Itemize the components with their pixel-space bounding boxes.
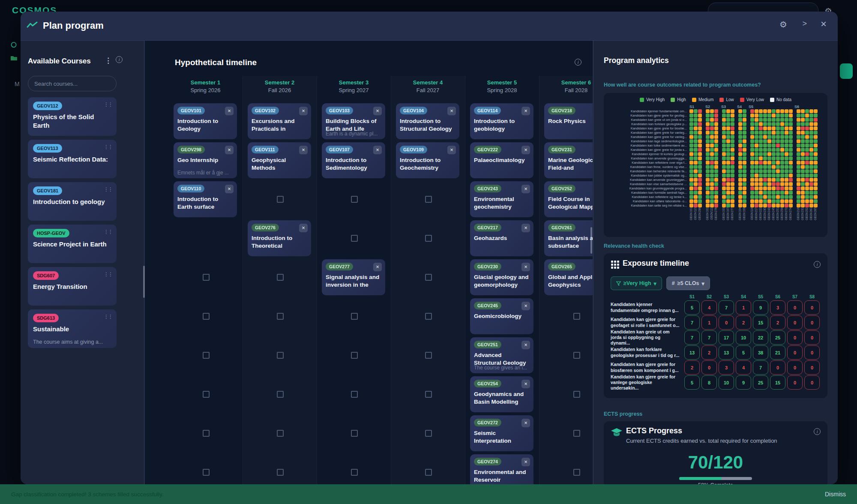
- timeline-course-card[interactable]: GEOV245×Geomicrobiology: [470, 298, 533, 334]
- empty-course-slot[interactable]: [573, 391, 580, 398]
- dismiss-button[interactable]: Dismiss: [825, 491, 846, 498]
- empty-course-slot[interactable]: [425, 469, 432, 476]
- drag-handle-icon[interactable]: ⋮⋮: [104, 186, 112, 192]
- empty-course-slot[interactable]: [425, 235, 432, 242]
- timeline-course-card[interactable]: GEOV104×Introduction to Structural Geolo…: [396, 103, 459, 139]
- filter-threshold-chip[interactable]: ≥Very High▾: [611, 276, 662, 290]
- empty-course-slot[interactable]: [277, 430, 284, 437]
- empty-course-slot[interactable]: [203, 430, 210, 437]
- timeline-course-card[interactable]: GEOV298×Geo InternshipEmnets mål er å gj…: [174, 142, 237, 178]
- available-course-card[interactable]: GEOV181⋮⋮Introduction to geology: [28, 182, 117, 221]
- remove-course-button[interactable]: ×: [447, 146, 456, 154]
- close-icon[interactable]: ×: [821, 18, 827, 30]
- available-course-card[interactable]: GEOV112⋮⋮Physics of the Solid Earth: [28, 97, 117, 136]
- timeline-course-card[interactable]: GEOV230×Glacial geology and geomorpholog…: [470, 259, 533, 295]
- remove-course-button[interactable]: ×: [521, 146, 530, 154]
- available-course-card[interactable]: SDG607⋮⋮Energy Transition: [28, 267, 117, 306]
- remove-course-button[interactable]: ×: [299, 146, 308, 154]
- info-icon[interactable]: i: [116, 56, 123, 63]
- remove-course-button[interactable]: ×: [521, 302, 530, 310]
- empty-course-slot[interactable]: [351, 313, 358, 320]
- timeline-info-icon[interactable]: i: [575, 59, 581, 66]
- timeline-course-card[interactable]: GEOV110×Introduction to Earth surface pr…: [174, 181, 237, 217]
- empty-course-slot[interactable]: [203, 274, 210, 281]
- remove-course-button[interactable]: ×: [447, 107, 456, 115]
- timeline-scrollbar[interactable]: [590, 227, 592, 254]
- remove-course-button[interactable]: ×: [373, 263, 382, 271]
- empty-course-slot[interactable]: [277, 469, 284, 476]
- empty-course-slot[interactable]: [425, 352, 432, 359]
- kebab-menu-icon[interactable]: ⋮: [105, 56, 112, 65]
- empty-course-slot[interactable]: [277, 313, 284, 320]
- empty-course-slot[interactable]: [351, 352, 358, 359]
- timeline-course-card[interactable]: GEOV103×Building Blocks of Earth and Lif…: [322, 103, 385, 139]
- remove-course-button[interactable]: ×: [521, 185, 530, 193]
- remove-course-button[interactable]: ×: [521, 341, 530, 349]
- empty-course-slot[interactable]: [351, 469, 358, 476]
- remove-course-button[interactable]: ×: [521, 380, 530, 388]
- remove-course-button[interactable]: ×: [225, 185, 234, 193]
- drag-handle-icon[interactable]: ⋮⋮: [104, 102, 112, 108]
- filter-clos-chip[interactable]: # ≥5 CLOs▾: [666, 276, 710, 290]
- timeline-course-card[interactable]: GEOV251×Advanced Structural GeologyThe c…: [470, 337, 533, 373]
- timeline-course-card[interactable]: GEOV277×Signal analysis and inversion in…: [322, 259, 385, 295]
- timeline-course-card[interactable]: GEOV109×Introduction to Geochemistry: [396, 142, 459, 178]
- empty-course-slot[interactable]: [425, 430, 432, 437]
- nav-folder-icon[interactable]: [10, 55, 18, 61]
- empty-course-slot[interactable]: [351, 196, 358, 203]
- empty-course-slot[interactable]: [351, 391, 358, 398]
- empty-course-slot[interactable]: [203, 469, 210, 476]
- empty-course-slot[interactable]: [203, 391, 210, 398]
- available-course-card[interactable]: HOSP-GEOV⋮⋮Science Project in Earth: [28, 225, 117, 263]
- timeline-course-card[interactable]: GEOV261×Basin analysis and subsurface in…: [544, 220, 593, 256]
- remove-course-button[interactable]: ×: [521, 419, 530, 427]
- empty-course-slot[interactable]: [573, 430, 580, 437]
- expand-chevron-icon[interactable]: >: [802, 19, 807, 28]
- empty-course-slot[interactable]: [277, 196, 284, 203]
- timeline-course-card[interactable]: GEOV243×Environmental geochemistry: [470, 181, 533, 217]
- remove-course-button[interactable]: ×: [225, 107, 234, 115]
- timeline-course-card[interactable]: GEOV102×Excursions and Practicals in Geo…: [248, 103, 311, 139]
- available-course-card[interactable]: GEOV113⋮⋮Seismic Reflection Data:: [28, 140, 117, 178]
- search-input[interactable]: [33, 80, 111, 87]
- timeline-course-card[interactable]: GEOV274×Environmental and Reservoir Geop…: [470, 454, 533, 484]
- timeline-course-card[interactable]: GEOV231×Marine Geological Field-and Labo…: [544, 142, 593, 178]
- remove-course-button[interactable]: ×: [299, 224, 308, 232]
- remove-course-button[interactable]: ×: [521, 263, 530, 271]
- remove-course-button[interactable]: ×: [521, 107, 530, 115]
- empty-course-slot[interactable]: [203, 313, 210, 320]
- drag-handle-icon[interactable]: ⋮⋮: [104, 271, 112, 277]
- drag-handle-icon[interactable]: ⋮⋮: [104, 314, 112, 320]
- empty-course-slot[interactable]: [573, 469, 580, 476]
- side-action-button[interactable]: [840, 63, 853, 79]
- available-course-card[interactable]: SDG613⋮⋮SustainableThe course aims at gi…: [28, 309, 117, 348]
- empty-course-slot[interactable]: [203, 352, 210, 359]
- timeline-course-card[interactable]: GEOV272×Seismic Interpretation: [470, 415, 533, 451]
- timeline-course-card[interactable]: GEOV107×Introduction to Sedimentology: [322, 142, 385, 178]
- remove-course-button[interactable]: ×: [299, 107, 308, 115]
- timeline-course-card[interactable]: GEOV114×Introduction to geobiology: [470, 103, 533, 139]
- empty-course-slot[interactable]: [351, 235, 358, 242]
- remove-course-button[interactable]: ×: [373, 107, 382, 115]
- timeline-course-card[interactable]: GEOV254×Geodynamics and Basin Modelling: [470, 376, 533, 412]
- empty-course-slot[interactable]: [351, 430, 358, 437]
- drag-handle-icon[interactable]: ⋮⋮: [104, 229, 112, 235]
- exposure-info-icon[interactable]: i: [814, 261, 821, 268]
- timeline-course-card[interactable]: GEOV252×Field Course in Geological Mappi…: [544, 181, 593, 217]
- ects-info-icon[interactable]: i: [814, 428, 821, 435]
- timeline-course-card[interactable]: GEOV101×Introduction to Geology: [174, 103, 237, 139]
- nav-pin-icon[interactable]: [10, 42, 18, 48]
- drag-handle-icon[interactable]: ⋮⋮: [104, 144, 112, 150]
- empty-course-slot[interactable]: [277, 352, 284, 359]
- timeline-course-card[interactable]: GEOV111×Geophysical Methods: [248, 142, 311, 178]
- modal-settings-gear-icon[interactable]: ⚙: [779, 19, 787, 30]
- empty-course-slot[interactable]: [573, 352, 580, 359]
- timeline-course-card[interactable]: GEOV217×Geohazards: [470, 220, 533, 256]
- empty-course-slot[interactable]: [277, 391, 284, 398]
- remove-course-button[interactable]: ×: [225, 146, 234, 154]
- timeline-course-card[interactable]: GEOV222×Palaeoclimatology: [470, 142, 533, 178]
- timeline-course-card[interactable]: GEOV276×Introduction to Theoretical Seis…: [248, 220, 311, 256]
- remove-course-button[interactable]: ×: [521, 458, 530, 466]
- empty-course-slot[interactable]: [425, 313, 432, 320]
- timeline-course-card[interactable]: GEOV265×Global and Applied Geophysics: [544, 259, 593, 295]
